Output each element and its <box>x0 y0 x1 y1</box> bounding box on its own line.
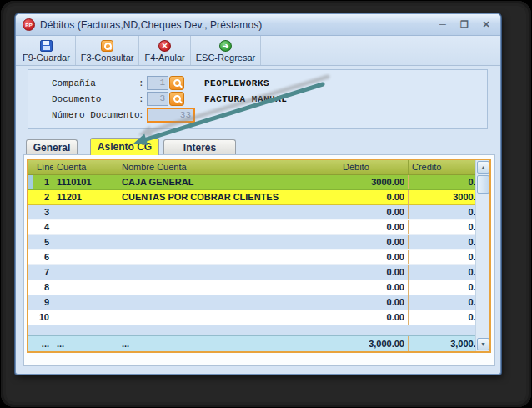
window-title: Débitos (Facturas,ND,Cheques Dev., Prést… <box>40 19 262 31</box>
cell-debito[interactable]: 0.00 <box>339 295 409 310</box>
cell-linea[interactable]: 10 <box>33 310 53 325</box>
app-icon: RP <box>23 18 35 31</box>
toolbar-button-label: ESC-Regresar <box>196 53 256 63</box>
cell-cuenta[interactable]: 11201 <box>53 190 118 204</box>
back-icon: ➔ <box>219 40 232 52</box>
document-number-field[interactable]: 33 <box>147 108 195 123</box>
cell-linea[interactable]: 8 <box>33 280 53 295</box>
cell-nombre[interactable] <box>118 205 339 219</box>
cell-debito[interactable]: 0.00 <box>339 310 409 325</box>
lookup-search-icon[interactable] <box>169 76 184 90</box>
field-label: Compañía <box>52 78 138 88</box>
f4-anular-button[interactable]: ✕F4-Anular <box>139 36 190 65</box>
search-icon <box>101 40 113 52</box>
cell-nombre[interactable] <box>118 220 339 234</box>
grid-filler <box>28 325 489 335</box>
toolbar-button-label: F4-Anular <box>144 53 184 63</box>
cell-cuenta[interactable] <box>53 250 118 264</box>
field-display-value: PEOPLEWORKS <box>204 78 269 88</box>
cell-linea[interactable]: 7 <box>33 265 53 280</box>
cell-linea[interactable]: 2 <box>33 190 53 204</box>
lookup-search-icon[interactable] <box>169 92 184 106</box>
toolbar: F9-GuardarF3-Consultar✕F4-Anular➔ESC-Reg… <box>16 36 500 66</box>
cell-debito[interactable]: 3000.00 <box>339 175 409 189</box>
cell-nombre[interactable] <box>118 235 339 249</box>
field-colon: : <box>138 110 147 120</box>
table-row[interactable]: 60.000.00 <box>28 250 489 265</box>
cell-nombre[interactable] <box>118 310 339 325</box>
titlebar[interactable]: RP Débitos (Facturas,ND,Cheques Dev., Pr… <box>16 14 500 36</box>
cell-linea[interactable]: 9 <box>33 295 53 310</box>
cell-cuenta[interactable]: 1110101 <box>53 175 118 189</box>
table-row[interactable]: 80.000.00 <box>28 280 489 295</box>
close-button[interactable]: ✕ <box>479 18 494 31</box>
table-row[interactable]: 211201CUENTAS POR COBRAR CLIENTES0.00300… <box>28 190 489 205</box>
cell-debito[interactable]: 0.00 <box>339 235 409 249</box>
table-row[interactable]: 30.000.00 <box>28 205 489 220</box>
company-field[interactable]: 1 <box>147 76 168 90</box>
asiento-cg-tab-panel: LíneaCuentaNombre CuentaDébitoCrédito111… <box>23 154 495 366</box>
tab-strip: GeneralAsiento CGInterés <box>26 138 236 155</box>
esc-regresar-button[interactable]: ➔ESC-Regresar <box>191 36 262 65</box>
field-label: Documento <box>52 94 138 104</box>
maximize-button[interactable]: ❐ <box>457 18 472 31</box>
cell-nombre[interactable]: CUENTAS POR COBRAR CLIENTES <box>118 190 339 204</box>
column-header[interactable]: Nombre Cuenta <box>118 160 339 174</box>
f9-guardar-button[interactable]: F9-Guardar <box>18 36 76 65</box>
field-colon: : <box>138 94 147 104</box>
toolbar-button-label: F3-Consultar <box>81 53 134 63</box>
field-display-value: FACTURA MANUAL <box>204 94 287 104</box>
header-form-panel: Compañía:1PEOPLEWORKSDocumento:3FACTURA … <box>28 69 488 129</box>
table-row[interactable]: 50.000.00 <box>28 235 489 250</box>
column-header[interactable]: Cuenta <box>53 160 118 174</box>
cell-linea[interactable]: 5 <box>33 235 53 249</box>
table-row[interactable]: 90.000.00 <box>28 295 489 310</box>
scroll-up-icon[interactable]: ▲ <box>477 161 489 174</box>
debitos-window: RP Débitos (Facturas,ND,Cheques Dev., Pr… <box>15 13 501 375</box>
save-icon <box>40 40 53 52</box>
tab-inter-s[interactable]: Interés <box>163 139 236 155</box>
cell-linea[interactable]: 1 <box>33 175 53 189</box>
cell-nombre[interactable] <box>118 295 339 310</box>
cell-debito[interactable]: 0.00 <box>339 220 409 234</box>
cell-debito[interactable]: 0.00 <box>339 190 409 204</box>
cancel-icon: ✕ <box>158 40 171 52</box>
column-header[interactable]: Débito <box>339 160 409 174</box>
table-row[interactable]: 100.000.00 <box>28 310 489 325</box>
scrollbar-thumb[interactable] <box>477 175 489 194</box>
minimize-button[interactable]: ─ <box>435 18 450 31</box>
cell-nombre[interactable]: CAJA GENERAL <box>118 175 339 189</box>
cell-debito[interactable]: 0.00 <box>339 265 409 280</box>
table-row[interactable]: 70.000.00 <box>28 265 489 280</box>
scroll-down-icon[interactable]: ▼ <box>477 338 489 350</box>
cell-nombre[interactable] <box>118 280 339 295</box>
cell-cuenta[interactable] <box>53 235 118 249</box>
cell-cuenta[interactable] <box>53 205 118 219</box>
table-row[interactable]: 40.000.00 <box>28 220 489 235</box>
cell-linea[interactable]: 3 <box>33 205 53 219</box>
cell-debito[interactable]: 0.00 <box>339 280 409 295</box>
grid-vertical-scrollbar[interactable]: ▲ ▼ <box>475 160 489 351</box>
table-row[interactable]: 11110101CAJA GENERAL3000.000.00 <box>28 175 489 190</box>
tab-asiento-cg[interactable]: Asiento CG <box>90 138 159 155</box>
totals-row: .........3,000.003,000.00 <box>28 335 489 351</box>
cell-debito[interactable]: 0.00 <box>339 205 409 219</box>
cell-cuenta[interactable] <box>53 280 118 295</box>
tab-general[interactable]: General <box>26 139 78 155</box>
total-debito: 3,000.00 <box>339 336 409 351</box>
cell-linea[interactable]: 4 <box>33 220 53 234</box>
form-row: Compañía:1PEOPLEWORKS <box>52 75 487 91</box>
cell-cuenta[interactable] <box>53 295 118 310</box>
cell-nombre[interactable] <box>118 265 339 280</box>
cell-nombre[interactable] <box>118 250 339 264</box>
cell-cuenta[interactable] <box>53 310 118 325</box>
cell-debito[interactable]: 0.00 <box>339 250 409 264</box>
cell-cuenta[interactable] <box>53 220 118 234</box>
document-field[interactable]: 3 <box>147 92 168 106</box>
grid-header-row: LíneaCuentaNombre CuentaDébitoCrédito <box>28 160 489 175</box>
cell-cuenta[interactable] <box>53 265 118 280</box>
f3-consultar-button[interactable]: F3-Consultar <box>76 36 140 65</box>
field-colon: : <box>138 78 147 88</box>
column-header[interactable]: Línea <box>33 160 53 174</box>
cell-linea[interactable]: 6 <box>33 250 53 264</box>
